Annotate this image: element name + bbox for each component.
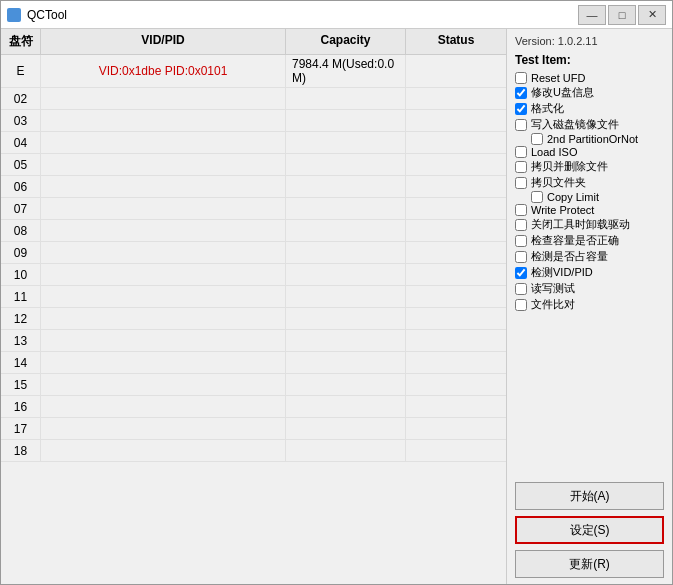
checkbox-8[interactable] bbox=[531, 191, 543, 203]
window-title: QCTool bbox=[27, 8, 67, 22]
table-header: 盘符 VID/PID Capacity Status bbox=[1, 29, 506, 55]
checkbox-item: Reset UFD bbox=[515, 72, 664, 84]
cell-capacity bbox=[286, 220, 406, 241]
table-row[interactable]: 18 bbox=[1, 440, 506, 462]
close-button[interactable]: ✕ bbox=[638, 5, 666, 25]
checkbox-label: Write Protect bbox=[531, 204, 594, 216]
table-row[interactable]: 12 bbox=[1, 308, 506, 330]
cell-status bbox=[406, 418, 506, 439]
cell-label: 13 bbox=[1, 330, 41, 351]
checkbox-6[interactable] bbox=[515, 161, 527, 173]
cell-label: 10 bbox=[1, 264, 41, 285]
checkbox-item: 检测是否占容量 bbox=[515, 249, 664, 264]
cell-status bbox=[406, 154, 506, 175]
col-header-vid: VID/PID bbox=[41, 29, 286, 54]
cell-vid bbox=[41, 88, 286, 109]
checkbox-12[interactable] bbox=[515, 251, 527, 263]
checkbox-2[interactable] bbox=[515, 103, 527, 115]
checkbox-label: 拷贝并删除文件 bbox=[531, 159, 608, 174]
checkbox-item: 写入磁盘镜像文件 bbox=[515, 117, 664, 132]
cell-vid bbox=[41, 264, 286, 285]
table-row[interactable]: 02 bbox=[1, 88, 506, 110]
checkbox-item: 拷贝文件夹 bbox=[515, 175, 664, 190]
table-row[interactable]: 17 bbox=[1, 418, 506, 440]
checkbox-1[interactable] bbox=[515, 87, 527, 99]
table-row[interactable]: 03 bbox=[1, 110, 506, 132]
cell-capacity bbox=[286, 308, 406, 329]
checkbox-15[interactable] bbox=[515, 299, 527, 311]
cell-vid bbox=[41, 352, 286, 373]
cell-capacity bbox=[286, 154, 406, 175]
button-area: 开始(A)设定(S)更新(R) bbox=[515, 482, 664, 578]
checkbox-11[interactable] bbox=[515, 235, 527, 247]
cell-label: 09 bbox=[1, 242, 41, 263]
cell-label: 08 bbox=[1, 220, 41, 241]
checkbox-0[interactable] bbox=[515, 72, 527, 84]
col-header-status: Status bbox=[406, 29, 506, 54]
cell-vid bbox=[41, 198, 286, 219]
checkbox-item: Copy Limit bbox=[515, 191, 664, 203]
checkbox-label: 检测VID/PID bbox=[531, 265, 593, 280]
checkbox-label: Copy Limit bbox=[547, 191, 599, 203]
table-row[interactable]: 07 bbox=[1, 198, 506, 220]
window-controls: — □ ✕ bbox=[578, 5, 666, 25]
cell-label: 06 bbox=[1, 176, 41, 197]
col-header-label: 盘符 bbox=[1, 29, 41, 54]
cell-capacity bbox=[286, 132, 406, 153]
cell-capacity bbox=[286, 352, 406, 373]
cell-capacity bbox=[286, 396, 406, 417]
cell-capacity bbox=[286, 374, 406, 395]
cell-status bbox=[406, 374, 506, 395]
checkbox-5[interactable] bbox=[515, 146, 527, 158]
title-bar-left: QCTool bbox=[7, 8, 67, 22]
checkbox-3[interactable] bbox=[515, 119, 527, 131]
cell-label: 15 bbox=[1, 374, 41, 395]
checkbox-item: 修改U盘信息 bbox=[515, 85, 664, 100]
cell-vid bbox=[41, 418, 286, 439]
checkbox-4[interactable] bbox=[531, 133, 543, 145]
table-row[interactable]: 06 bbox=[1, 176, 506, 198]
start-button[interactable]: 开始(A) bbox=[515, 482, 664, 510]
right-panel: Version: 1.0.2.11 Test Item: Reset UFD修改… bbox=[507, 29, 672, 584]
cell-label: 18 bbox=[1, 440, 41, 461]
cell-label: E bbox=[1, 55, 41, 87]
checkbox-10[interactable] bbox=[515, 219, 527, 231]
minimize-button[interactable]: — bbox=[578, 5, 606, 25]
table-row[interactable]: 10 bbox=[1, 264, 506, 286]
cell-capacity bbox=[286, 440, 406, 461]
cell-status bbox=[406, 132, 506, 153]
table-row[interactable]: 05 bbox=[1, 154, 506, 176]
table-row[interactable]: EVID:0x1dbe PID:0x01017984.4 M(Used:0.0 … bbox=[1, 55, 506, 88]
checkbox-label: 写入磁盘镜像文件 bbox=[531, 117, 619, 132]
checkbox-label: 2nd PartitionOrNot bbox=[547, 133, 638, 145]
cell-status bbox=[406, 352, 506, 373]
checkbox-item: 格式化 bbox=[515, 101, 664, 116]
checkbox-label: 修改U盘信息 bbox=[531, 85, 594, 100]
update-button[interactable]: 更新(R) bbox=[515, 550, 664, 578]
table-row[interactable]: 16 bbox=[1, 396, 506, 418]
cell-status bbox=[406, 286, 506, 307]
title-bar: QCTool — □ ✕ bbox=[1, 1, 672, 29]
checkbox-13[interactable] bbox=[515, 267, 527, 279]
cell-status bbox=[406, 264, 506, 285]
checkbox-7[interactable] bbox=[515, 177, 527, 189]
table-row[interactable]: 13 bbox=[1, 330, 506, 352]
cell-vid bbox=[41, 242, 286, 263]
cell-status bbox=[406, 330, 506, 351]
checkbox-9[interactable] bbox=[515, 204, 527, 216]
cell-vid bbox=[41, 110, 286, 131]
table-row[interactable]: 09 bbox=[1, 242, 506, 264]
table-row[interactable]: 04 bbox=[1, 132, 506, 154]
table-row[interactable]: 15 bbox=[1, 374, 506, 396]
maximize-button[interactable]: □ bbox=[608, 5, 636, 25]
table-row[interactable]: 11 bbox=[1, 286, 506, 308]
cell-vid bbox=[41, 396, 286, 417]
main-window: QCTool — □ ✕ 盘符 VID/PID Capacity Status … bbox=[0, 0, 673, 585]
settings-button[interactable]: 设定(S) bbox=[515, 516, 664, 544]
checkbox-label: 格式化 bbox=[531, 101, 564, 116]
table-row[interactable]: 08 bbox=[1, 220, 506, 242]
checkbox-14[interactable] bbox=[515, 283, 527, 295]
table-row[interactable]: 14 bbox=[1, 352, 506, 374]
cell-status bbox=[406, 440, 506, 461]
cell-status bbox=[406, 242, 506, 263]
